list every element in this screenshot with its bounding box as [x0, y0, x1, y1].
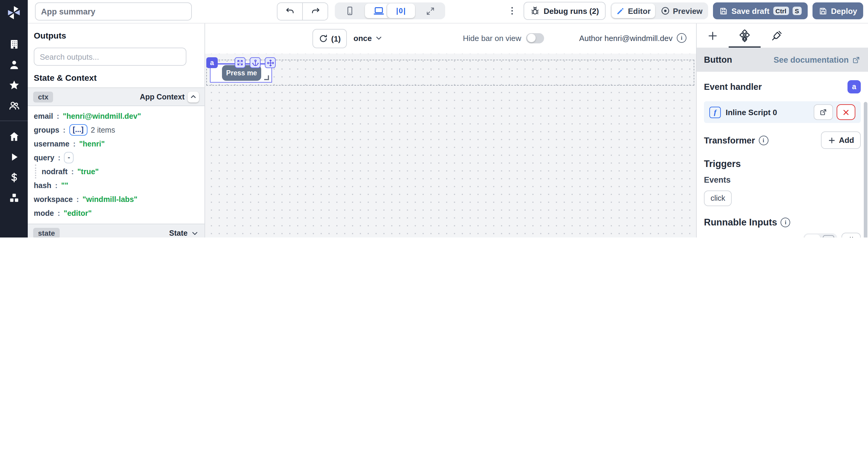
state-section-header[interactable]: state State	[28, 224, 205, 238]
component-settings-tab[interactable]	[728, 24, 761, 47]
function-icon	[823, 235, 834, 238]
rail-item-user[interactable]	[0, 54, 28, 75]
event-pill-click[interactable]: click	[704, 191, 732, 206]
fullwidth-layout-button[interactable]	[416, 4, 444, 18]
move-icon	[266, 59, 274, 67]
mobile-icon	[345, 6, 355, 16]
output-key: mode	[34, 209, 54, 217]
add-transformer-button[interactable]: Add	[820, 131, 861, 149]
outputs-panel: Outputs State & Context ctx App Context …	[28, 24, 205, 238]
search-outputs-input[interactable]	[34, 47, 186, 66]
output-entry-email: email:"henri@windmill.dev"	[34, 109, 198, 123]
save-icon	[719, 6, 728, 15]
chevron-down-icon	[191, 229, 199, 237]
rail-item-star[interactable]	[0, 75, 28, 95]
remove-script-button[interactable]	[837, 104, 855, 120]
output-key: workspace	[34, 195, 73, 203]
save-draft-label: Save draft	[732, 6, 769, 15]
output-entry-nodraft: nodraft:"true"	[34, 165, 198, 178]
info-icon[interactable]	[677, 33, 686, 43]
editor-tab-label: Editor	[628, 6, 651, 15]
output-value: "henri@windmill.dev"	[63, 112, 141, 120]
anchor-handle[interactable]	[250, 57, 260, 68]
expression-value-button[interactable]	[820, 235, 836, 238]
centered-layout-button[interactable]: |0|	[387, 4, 415, 18]
pencil-icon	[616, 6, 625, 15]
undo-redo-group	[277, 2, 328, 21]
redo-button[interactable]	[302, 3, 328, 20]
component-type-header: Button See documentation	[697, 47, 868, 72]
undo-button[interactable]	[277, 3, 302, 20]
editor-tab[interactable]: Editor	[612, 4, 655, 18]
centered-layout-icon: |0|	[396, 7, 406, 15]
undo-icon	[285, 7, 294, 16]
collapse-ctx-button[interactable]	[188, 91, 199, 102]
device-toggle	[335, 2, 394, 19]
ctx-section-header[interactable]: ctx App Context	[28, 88, 205, 106]
output-value: "henri"	[79, 140, 105, 148]
deploy-button[interactable]: Deploy	[812, 2, 863, 19]
state-label: State	[169, 229, 188, 237]
rail-item-calendar[interactable]	[0, 232, 28, 238]
expand-value-chip[interactable]: -	[64, 152, 73, 163]
windmill-logo[interactable]	[6, 5, 22, 21]
preview-icon	[660, 6, 670, 16]
connect-input-button[interactable]	[841, 233, 861, 238]
output-key: email	[34, 112, 53, 120]
expand-value-chip[interactable]: [...]	[69, 124, 87, 136]
panel-scrollbar[interactable]	[864, 102, 867, 238]
refresh-button[interactable]: (1)	[312, 29, 347, 48]
star-icon	[8, 79, 20, 91]
output-entry-username: username:"henri"	[34, 137, 198, 151]
info-icon[interactable]	[781, 217, 790, 227]
external-link-icon	[852, 55, 861, 64]
pencil-icon	[808, 236, 817, 238]
building-icon	[8, 38, 20, 50]
rail-item-users[interactable]	[0, 95, 28, 116]
mobile-view-button[interactable]	[336, 4, 364, 18]
rail-item-dollar[interactable]	[0, 167, 28, 188]
expand-icon	[237, 59, 244, 66]
items-count: 2 items	[91, 126, 115, 134]
rail-item-play[interactable]	[0, 146, 28, 167]
doc-link-label: See documentation	[774, 55, 849, 64]
output-value: "true"	[77, 167, 99, 176]
components-icon	[738, 29, 751, 42]
hide-bar-toggle[interactable]	[526, 33, 544, 43]
rail-item-cubes[interactable]	[0, 188, 28, 208]
hide-bar-label: Hide bar on view	[463, 33, 522, 42]
event-handler-title: Event handler	[704, 82, 762, 92]
event-script-name: Inline Script 0	[726, 108, 777, 116]
output-value: "editor"	[64, 209, 92, 217]
resize-handle[interactable]	[264, 75, 269, 80]
app-canvas[interactable]: a Press me − 100% +	[205, 54, 696, 238]
preview-tab[interactable]: Preview	[656, 4, 707, 18]
component-id-badge[interactable]: a	[206, 57, 218, 68]
more-menu-button[interactable]	[505, 6, 519, 16]
home-icon	[8, 131, 20, 142]
output-value: "windmill-labs"	[83, 195, 137, 203]
rail-item-building[interactable]	[0, 34, 28, 54]
value-mode-toggle	[803, 233, 837, 238]
output-entry-workspace: workspace:"windmill-labs"	[34, 192, 198, 206]
close-icon	[842, 108, 850, 116]
rail-item-home[interactable]	[0, 126, 28, 146]
expand-handle[interactable]	[235, 57, 246, 68]
save-draft-button[interactable]: Save draft CtrlS	[713, 2, 807, 19]
static-value-button[interactable]	[805, 235, 820, 238]
see-documentation-link[interactable]: See documentation	[774, 55, 861, 64]
info-icon[interactable]	[758, 135, 768, 145]
debug-runs-button[interactable]: Debug runs (2)	[524, 2, 605, 20]
styling-tab[interactable]	[761, 24, 793, 47]
laptop-icon	[373, 5, 384, 16]
deploy-icon	[818, 6, 827, 15]
refresh-icon	[318, 34, 328, 43]
open-script-button[interactable]	[814, 104, 833, 120]
anchor-icon	[251, 59, 259, 67]
insert-component-tab[interactable]	[697, 24, 728, 47]
app-summary-input[interactable]	[35, 2, 192, 21]
move-handle[interactable]	[265, 57, 276, 68]
cubes-icon	[8, 192, 20, 203]
refresh-mode-dropdown[interactable]: once	[353, 29, 383, 47]
event-script-row[interactable]: Inline Script 0	[704, 101, 861, 123]
